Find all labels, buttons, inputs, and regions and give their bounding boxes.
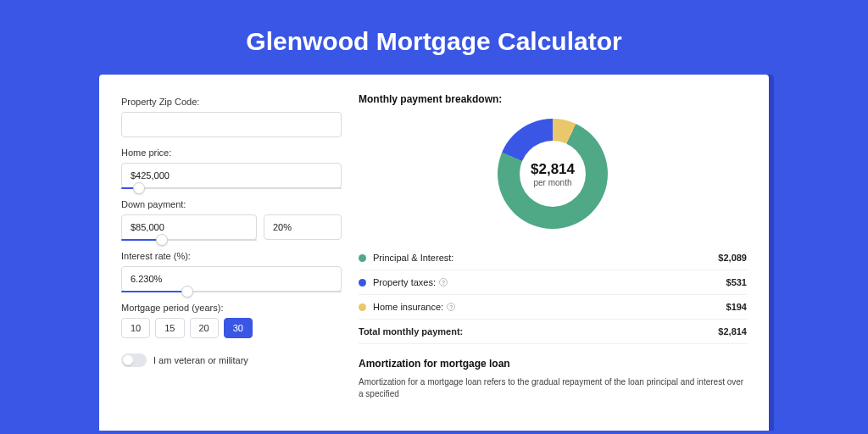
down-payment-pct-input[interactable]: [264, 214, 342, 240]
legend-row-insurance: Home insurance: ? $194: [359, 295, 747, 320]
legend-value: $2,089: [718, 253, 747, 263]
donut-sub: per month: [531, 178, 575, 187]
dot-green-icon: [359, 254, 366, 262]
term-30-button[interactable]: 30: [224, 318, 253, 338]
home-price-input[interactable]: [121, 163, 342, 188]
legend-label: Principal & Interest:: [373, 253, 718, 263]
veteran-label: I am veteran or military: [153, 355, 248, 365]
inputs-column: Property Zip Code: Home price: Down paym…: [121, 93, 342, 431]
calculator-card: Property Zip Code: Home price: Down paym…: [99, 75, 769, 431]
down-payment-input[interactable]: [121, 214, 257, 240]
dot-blue-icon: [359, 279, 366, 287]
legend-total-value: $2,814: [718, 326, 747, 337]
amortization-title: Amortization for mortgage loan: [359, 358, 747, 370]
term-15-button[interactable]: 15: [155, 318, 184, 338]
legend-row-principal: Principal & Interest: $2,089: [359, 246, 747, 270]
interest-input[interactable]: [121, 266, 342, 292]
legend-row-total: Total monthly payment: $2,814: [359, 320, 747, 344]
veteran-toggle[interactable]: [121, 353, 147, 367]
home-price-slider[interactable]: [121, 187, 342, 189]
legend: Principal & Interest: $2,089 Property ta…: [359, 246, 747, 344]
donut-chart-wrap: $2,814 per month: [359, 115, 747, 242]
interest-slider[interactable]: [121, 291, 342, 292]
donut-amount: $2,814: [531, 161, 575, 178]
term-10-button[interactable]: 10: [121, 318, 150, 338]
info-icon[interactable]: ?: [447, 303, 455, 311]
home-price-label: Home price:: [121, 147, 342, 158]
donut-chart: $2,814 per month: [498, 119, 608, 229]
breakdown-column: Monthly payment breakdown: $2,814 per mo…: [359, 93, 747, 431]
dot-yellow-icon: [359, 303, 366, 311]
term-buttons: 10 15 20 30: [121, 318, 342, 338]
legend-value: $194: [726, 302, 747, 312]
legend-total-label: Total monthly payment:: [359, 326, 718, 337]
info-icon[interactable]: ?: [439, 278, 448, 287]
down-payment-label: Down payment:: [121, 199, 342, 209]
legend-value: $531: [726, 277, 747, 287]
veteran-row: I am veteran or military: [121, 353, 342, 367]
breakdown-title: Monthly payment breakdown:: [359, 93, 747, 105]
term-20-button[interactable]: 20: [190, 318, 219, 338]
legend-label: Property taxes: ?: [373, 277, 726, 287]
zip-label: Property Zip Code:: [121, 97, 342, 107]
legend-row-taxes: Property taxes: ? $531: [359, 270, 747, 295]
page-title: Glenwood Mortgage Calculator: [0, 0, 868, 75]
zip-input[interactable]: [121, 112, 342, 137]
amortization-text: Amortization for a mortgage loan refers …: [359, 376, 747, 400]
down-payment-slider[interactable]: [121, 239, 257, 241]
legend-label: Home insurance: ?: [373, 302, 726, 312]
term-label: Mortgage period (years):: [121, 303, 342, 313]
interest-label: Interest rate (%):: [121, 251, 342, 261]
donut-center: $2,814 per month: [531, 161, 575, 187]
